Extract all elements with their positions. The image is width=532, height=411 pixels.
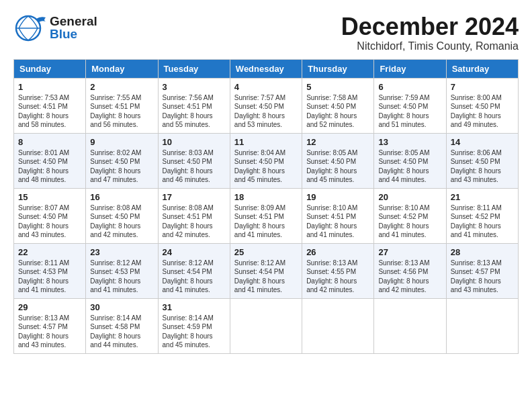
calendar-cell [302, 298, 374, 353]
calendar-cell: 26Sunrise: 8:13 AMSunset: 4:55 PMDayligh… [302, 243, 374, 298]
logo: General Blue [13, 13, 97, 42]
day-number: 3 [163, 82, 226, 92]
calendar-cell [230, 298, 302, 353]
calendar-table: SundayMondayTuesdayWednesdayThursdayFrid… [13, 59, 519, 354]
calendar-cell: 4Sunrise: 7:57 AMSunset: 4:50 PMDaylight… [230, 78, 302, 133]
day-number: 23 [90, 247, 153, 257]
cell-info: Sunrise: 8:12 AMSunset: 4:54 PMDaylight:… [163, 259, 226, 295]
calendar-cell [446, 298, 518, 353]
day-number: 25 [234, 247, 298, 257]
calendar-cell: 16Sunrise: 8:08 AMSunset: 4:50 PMDayligh… [86, 188, 158, 243]
day-number: 17 [163, 192, 226, 202]
cell-info: Sunrise: 8:10 AMSunset: 4:51 PMDaylight:… [306, 203, 369, 240]
weekday-header-friday: Friday [374, 59, 446, 78]
calendar-week-row: 22Sunrise: 8:11 AMSunset: 4:53 PMDayligh… [14, 243, 519, 298]
cell-info: Sunrise: 8:14 AMSunset: 4:58 PMDaylight:… [90, 314, 153, 350]
cell-info: Sunrise: 7:56 AMSunset: 4:51 PMDaylight:… [163, 93, 226, 130]
day-number: 31 [163, 302, 226, 312]
weekday-header-tuesday: Tuesday [158, 59, 230, 78]
cell-info: Sunrise: 8:05 AMSunset: 4:50 PMDaylight:… [378, 148, 441, 185]
cell-info: Sunrise: 8:09 AMSunset: 4:51 PMDaylight:… [234, 203, 298, 240]
cell-info: Sunrise: 8:12 AMSunset: 4:54 PMDaylight:… [234, 259, 298, 295]
cell-info: Sunrise: 8:05 AMSunset: 4:50 PMDaylight:… [306, 148, 369, 185]
calendar-cell: 29Sunrise: 8:13 AMSunset: 4:57 PMDayligh… [14, 298, 86, 353]
day-number: 10 [163, 137, 226, 147]
calendar-week-row: 15Sunrise: 8:07 AMSunset: 4:50 PMDayligh… [14, 188, 519, 243]
calendar-cell: 31Sunrise: 8:14 AMSunset: 4:59 PMDayligh… [158, 298, 230, 353]
day-number: 29 [18, 302, 81, 312]
day-number: 18 [234, 192, 298, 202]
calendar-cell: 1Sunrise: 7:53 AMSunset: 4:51 PMDaylight… [14, 78, 86, 133]
calendar-cell: 24Sunrise: 8:12 AMSunset: 4:54 PMDayligh… [158, 243, 230, 298]
calendar-cell: 13Sunrise: 8:05 AMSunset: 4:50 PMDayligh… [374, 133, 446, 188]
day-number: 16 [90, 192, 153, 202]
cell-info: Sunrise: 8:10 AMSunset: 4:52 PMDaylight:… [378, 203, 441, 240]
calendar-week-row: 1Sunrise: 7:53 AMSunset: 4:51 PMDaylight… [14, 78, 519, 133]
calendar-cell [374, 298, 446, 353]
day-number: 1 [18, 82, 81, 92]
weekday-header-thursday: Thursday [302, 59, 374, 78]
calendar-cell: 23Sunrise: 8:12 AMSunset: 4:53 PMDayligh… [86, 243, 158, 298]
day-number: 5 [306, 82, 369, 92]
page-title: December 2024 [341, 13, 519, 40]
cell-info: Sunrise: 8:13 AMSunset: 4:56 PMDaylight:… [378, 259, 441, 295]
cell-info: Sunrise: 8:13 AMSunset: 4:57 PMDaylight:… [18, 314, 81, 350]
calendar-cell: 10Sunrise: 8:03 AMSunset: 4:50 PMDayligh… [158, 133, 230, 188]
calendar-cell: 2Sunrise: 7:55 AMSunset: 4:51 PMDaylight… [86, 78, 158, 133]
calendar-cell: 15Sunrise: 8:07 AMSunset: 4:50 PMDayligh… [14, 188, 86, 243]
day-number: 12 [306, 137, 369, 147]
calendar-cell: 22Sunrise: 8:11 AMSunset: 4:53 PMDayligh… [14, 243, 86, 298]
cell-info: Sunrise: 8:08 AMSunset: 4:50 PMDaylight:… [90, 203, 153, 240]
calendar-cell: 8Sunrise: 8:01 AMSunset: 4:50 PMDaylight… [14, 133, 86, 188]
calendar-header-row: SundayMondayTuesdayWednesdayThursdayFrid… [14, 59, 519, 78]
weekday-header-sunday: Sunday [14, 59, 86, 78]
day-number: 19 [306, 192, 369, 202]
cell-info: Sunrise: 8:11 AMSunset: 4:52 PMDaylight:… [451, 203, 514, 240]
calendar-cell: 27Sunrise: 8:13 AMSunset: 4:56 PMDayligh… [374, 243, 446, 298]
calendar-cell: 6Sunrise: 7:59 AMSunset: 4:50 PMDaylight… [374, 78, 446, 133]
logo-text: General Blue [50, 15, 97, 40]
calendar-cell: 25Sunrise: 8:12 AMSunset: 4:54 PMDayligh… [230, 243, 302, 298]
calendar-cell: 9Sunrise: 8:02 AMSunset: 4:50 PMDaylight… [86, 133, 158, 188]
day-number: 4 [234, 82, 298, 92]
day-number: 24 [163, 247, 226, 257]
calendar-week-row: 29Sunrise: 8:13 AMSunset: 4:57 PMDayligh… [14, 298, 519, 353]
cell-info: Sunrise: 7:55 AMSunset: 4:51 PMDaylight:… [90, 93, 153, 130]
day-number: 13 [378, 137, 441, 147]
cell-info: Sunrise: 8:08 AMSunset: 4:51 PMDaylight:… [163, 203, 226, 240]
day-number: 7 [451, 82, 514, 92]
cell-info: Sunrise: 7:57 AMSunset: 4:50 PMDaylight:… [234, 93, 298, 130]
weekday-header-saturday: Saturday [446, 59, 518, 78]
calendar-cell: 28Sunrise: 8:13 AMSunset: 4:57 PMDayligh… [446, 243, 518, 298]
day-number: 30 [90, 302, 153, 312]
title-block: December 2024 Nitchidorf, Timis County, … [341, 13, 519, 52]
day-number: 21 [451, 192, 514, 202]
calendar-cell: 19Sunrise: 8:10 AMSunset: 4:51 PMDayligh… [302, 188, 374, 243]
day-number: 27 [378, 247, 441, 257]
logo-general: General [50, 15, 97, 28]
calendar-cell: 5Sunrise: 7:58 AMSunset: 4:50 PMDaylight… [302, 78, 374, 133]
calendar-cell: 7Sunrise: 8:00 AMSunset: 4:50 PMDaylight… [446, 78, 518, 133]
cell-info: Sunrise: 7:53 AMSunset: 4:51 PMDaylight:… [18, 93, 81, 130]
calendar-cell: 21Sunrise: 8:11 AMSunset: 4:52 PMDayligh… [446, 188, 518, 243]
page-header: General Blue December 2024 Nitchidorf, T… [13, 13, 519, 52]
weekday-header-wednesday: Wednesday [230, 59, 302, 78]
day-number: 22 [18, 247, 81, 257]
day-number: 8 [18, 137, 81, 147]
cell-info: Sunrise: 8:13 AMSunset: 4:57 PMDaylight:… [451, 259, 514, 295]
logo-blue: Blue [50, 28, 97, 40]
calendar-cell: 18Sunrise: 8:09 AMSunset: 4:51 PMDayligh… [230, 188, 302, 243]
cell-info: Sunrise: 8:07 AMSunset: 4:50 PMDaylight:… [18, 203, 81, 240]
cell-info: Sunrise: 7:58 AMSunset: 4:50 PMDaylight:… [306, 93, 369, 130]
calendar-cell: 17Sunrise: 8:08 AMSunset: 4:51 PMDayligh… [158, 188, 230, 243]
cell-info: Sunrise: 8:04 AMSunset: 4:50 PMDaylight:… [234, 148, 298, 185]
cell-info: Sunrise: 8:06 AMSunset: 4:50 PMDaylight:… [451, 148, 514, 185]
cell-info: Sunrise: 8:14 AMSunset: 4:59 PMDaylight:… [163, 314, 226, 350]
weekday-header-monday: Monday [86, 59, 158, 78]
page-subtitle: Nitchidorf, Timis County, Romania [341, 40, 519, 52]
day-number: 20 [378, 192, 441, 202]
day-number: 6 [378, 82, 441, 92]
day-number: 15 [18, 192, 81, 202]
day-number: 14 [451, 137, 514, 147]
day-number: 28 [451, 247, 514, 257]
